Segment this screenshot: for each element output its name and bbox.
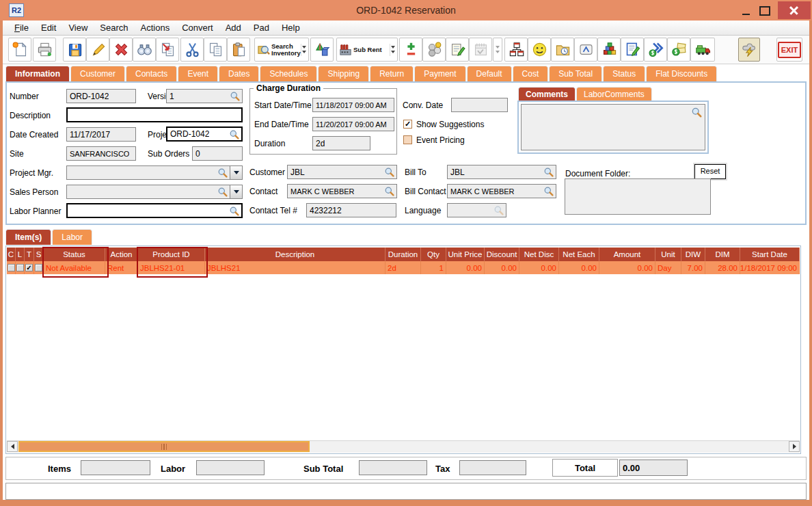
cell-start-date[interactable]: 11/18/2017 09:00 — [740, 261, 800, 274]
project-search-icon[interactable] — [229, 129, 240, 140]
tab-status[interactable]: Status — [603, 66, 645, 81]
sub-rent-dropdown[interactable] — [390, 44, 396, 56]
col-header-description[interactable]: Description — [205, 248, 385, 261]
bill-to-field[interactable]: JBL — [447, 165, 556, 179]
version-search-icon[interactable] — [230, 91, 241, 102]
tab-sub-total[interactable]: Sub Total — [549, 66, 602, 81]
edit-document-button[interactable] — [621, 38, 644, 62]
notes-button[interactable] — [446, 38, 469, 62]
col-header-s[interactable]: S — [34, 248, 44, 261]
menu-view[interactable]: View — [62, 21, 94, 34]
col-header-net-disc[interactable]: Net Disc — [519, 248, 559, 261]
cell-product-id[interactable]: JBLHS21-01 — [138, 261, 205, 274]
col-header-product-id[interactable]: Product ID — [138, 248, 205, 261]
col-header-c[interactable]: C — [7, 248, 16, 261]
document-folder-textarea[interactable] — [565, 178, 711, 215]
org-chart-button[interactable] — [504, 38, 528, 62]
search-inventory-button[interactable]: Search Inventory — [254, 38, 309, 62]
tab-labor-comments[interactable]: LaborComments — [576, 87, 652, 101]
col-header-discount[interactable]: Discount — [485, 248, 519, 261]
sales-person-search-icon[interactable] — [217, 187, 228, 198]
col-header-qty[interactable]: Qty — [421, 248, 446, 261]
reset-button[interactable]: Reset — [694, 164, 726, 179]
project-mgr-dropdown[interactable] — [230, 165, 243, 180]
scroll-right-button[interactable] — [789, 441, 800, 452]
menu-edit[interactable]: Edit — [35, 21, 62, 34]
cell-status[interactable]: Not Available — [44, 261, 105, 274]
comments-textarea[interactable] — [521, 104, 705, 150]
event-pricing-checkbox[interactable] — [403, 135, 412, 144]
customer-smiley-button[interactable] — [528, 38, 551, 62]
cell-s[interactable] — [34, 261, 44, 274]
search-inventory-dropdown[interactable] — [301, 44, 307, 56]
history-folder-button[interactable] — [551, 38, 574, 62]
col-header-l[interactable]: L — [16, 248, 25, 261]
cell-duration[interactable]: 2d — [385, 261, 421, 274]
col-header-action[interactable]: Action — [105, 248, 138, 261]
shapes-button[interactable] — [310, 38, 334, 62]
quick-actions-button[interactable] — [738, 38, 760, 62]
new-document-button[interactable] — [8, 38, 31, 62]
edit-button[interactable] — [86, 38, 109, 62]
tab-schedules[interactable]: Schedules — [260, 66, 317, 81]
tab-shipping[interactable]: Shipping — [318, 66, 369, 81]
customer-field[interactable]: JBL — [287, 165, 397, 179]
s-checkbox[interactable] — [35, 264, 42, 271]
add-remove-line-button[interactable] — [399, 38, 422, 62]
shortcut-key-button[interactable] — [574, 38, 597, 62]
contact-search-icon[interactable] — [384, 186, 395, 197]
tab-contacts[interactable]: Contacts — [126, 66, 177, 81]
tab-cost[interactable]: Cost — [513, 66, 549, 81]
cell-unit-price[interactable]: 0.00 — [446, 261, 485, 274]
menu-convert[interactable]: Convert — [176, 21, 219, 34]
labor-planner-field[interactable] — [66, 203, 243, 218]
tab-payment[interactable]: Payment — [414, 66, 465, 81]
tab-flat-discounts[interactable]: Flat Discounts — [646, 66, 717, 81]
scroll-left-button[interactable] — [7, 441, 18, 452]
minimize-button[interactable] — [737, 4, 755, 18]
col-header-unit[interactable]: Unit — [655, 248, 681, 261]
find-button[interactable] — [133, 38, 156, 62]
menu-help[interactable]: Help — [275, 21, 306, 34]
col-header-duration[interactable]: Duration — [385, 248, 421, 261]
description-field[interactable] — [66, 107, 243, 122]
delete-button[interactable] — [109, 38, 133, 62]
calendar-dropdown[interactable] — [493, 38, 502, 62]
tab-dates[interactable]: Dates — [219, 66, 259, 81]
col-header-diw[interactable]: DIW — [681, 248, 705, 261]
col-header-amount[interactable]: Amount — [599, 248, 655, 261]
customer-search-icon[interactable] — [384, 167, 395, 178]
tab-comments[interactable]: Comments — [518, 87, 576, 101]
cell-t[interactable]: ✓ — [25, 261, 34, 274]
cell-c[interactable] — [7, 261, 16, 274]
cell-action[interactable]: Rent — [105, 261, 138, 274]
contact-field[interactable]: MARK C WEBBER — [287, 184, 397, 198]
col-header-status[interactable]: Status — [44, 248, 105, 261]
table-row[interactable]: ✓ Not Available Rent JBLHS21-01 JBLHS21 … — [7, 261, 800, 274]
project-field[interactable]: ORD-1042 — [166, 126, 243, 142]
l-checkbox[interactable] — [16, 264, 24, 271]
menu-actions[interactable]: Actions — [135, 21, 176, 34]
cut-button[interactable] — [180, 38, 204, 62]
col-header-unit-price[interactable]: Unit Price — [446, 248, 485, 261]
availability-button[interactable] — [422, 38, 446, 62]
print-button[interactable] — [33, 38, 56, 62]
invoice-button[interactable] — [667, 38, 690, 62]
sub-rent-button[interactable]: Sub Rent — [336, 38, 398, 62]
cell-amount[interactable]: 0.00 — [599, 261, 655, 274]
tab-items[interactable]: Item(s) — [5, 229, 51, 245]
cell-description[interactable]: JBLHS21 — [205, 261, 385, 274]
cell-discount[interactable]: 0.00 — [485, 261, 519, 274]
save-button[interactable] — [63, 38, 86, 62]
bill-contact-field[interactable]: MARK C WEBBER — [447, 184, 556, 198]
exit-button[interactable]: EXIT — [776, 38, 802, 62]
menu-add[interactable]: Add — [219, 21, 247, 34]
col-header-dim[interactable]: DIM — [705, 248, 740, 261]
tab-default[interactable]: Default — [467, 66, 512, 81]
menu-search[interactable]: Search — [94, 21, 134, 34]
cell-dim[interactable]: 28.00 — [705, 261, 740, 274]
cell-qty[interactable]: 1 — [421, 261, 446, 274]
paste-special-button[interactable] — [156, 38, 179, 62]
delivery-button[interactable] — [690, 38, 715, 62]
sales-person-dropdown[interactable] — [230, 185, 243, 199]
